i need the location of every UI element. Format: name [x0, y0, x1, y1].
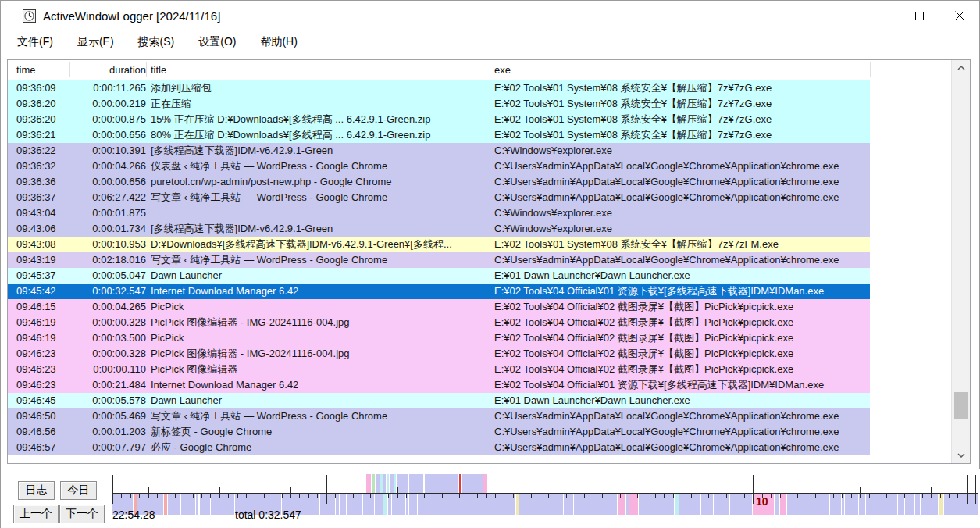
cell-time: 09:43:06 — [16, 221, 71, 237]
table-row[interactable]: 09:43:080:00:10.953D:¥Downloads¥[多线程高速下载… — [8, 237, 870, 252]
timeline-tick — [308, 494, 309, 498]
cell-duration: 0:00:11.265 — [69, 80, 146, 96]
cell-title: PicPick — [151, 299, 491, 315]
table-row[interactable]: 09:46:230:00:00.328PicPick 图像编辑器 - IMG-2… — [8, 346, 870, 362]
table-row[interactable]: 09:36:220:00:10.391[多线程高速下载器]IDM-v6.42.9… — [8, 143, 870, 159]
timeline-tick — [807, 494, 807, 498]
timeline-highlight-segment — [444, 474, 458, 493]
timeline-highlight-segment — [397, 474, 408, 493]
table-row[interactable]: 09:36:360:00:00.656puretool.cn/wp-admin/… — [8, 174, 870, 190]
cell-title: puretool.cn/wp-admin/post-new.php - Goog… — [151, 174, 491, 190]
cell-time: 09:46:23 — [16, 362, 71, 377]
table-row[interactable]: 09:45:420:00:32.547Internet Download Man… — [8, 284, 870, 299]
table-row[interactable]: 09:46:450:00:05.578Dawn LauncherE:¥01 Da… — [8, 393, 870, 408]
timeline-tick — [797, 494, 798, 498]
cell-time: 09:46:23 — [16, 377, 71, 393]
cell-title: 新标签页 - Google Chrome — [151, 424, 491, 440]
table-row[interactable]: 09:46:500:00:05.469写文章 ‹ 纯净工具站 — WordPre… — [8, 408, 870, 424]
table-row[interactable]: 09:43:060:00:01.734[多线程高速下载器]IDM-v6.42.9… — [8, 221, 870, 237]
timeline-tick — [477, 494, 478, 498]
column-separator[interactable] — [490, 62, 490, 77]
timeline-tick — [264, 494, 265, 498]
timeline-tick — [940, 494, 941, 498]
scrollbar-thumb[interactable] — [954, 392, 968, 419]
table-row[interactable]: 09:36:200:00:00.219正在压缩E:¥02 Tools¥01 Sy… — [8, 96, 870, 112]
minimize-button[interactable] — [860, 1, 900, 30]
table-row[interactable]: 09:46:570:00:07.797必应 - Google ChromeC:¥… — [8, 440, 870, 455]
table-row[interactable]: 09:36:320:00:04.266仪表盘 ‹ 纯净工具站 — WordPre… — [8, 159, 870, 174]
table-row[interactable]: 09:46:230:00:21.484Internet Download Man… — [8, 377, 870, 393]
table-row[interactable]: 09:43:190:02:18.016写文章 ‹ 纯净工具站 — WordPre… — [8, 252, 870, 268]
column-header-time[interactable]: time — [16, 60, 36, 80]
cell-duration: 0:00:01.203 — [69, 424, 146, 440]
table-row[interactable]: 09:43:040:00:01.875C:¥Windows¥explorer.e… — [8, 205, 870, 221]
timeline-activity-segment — [516, 494, 519, 515]
close-button[interactable] — [939, 1, 979, 30]
cell-exe: E:¥02 Tools¥04 Official¥02 截图录屏¥【截图】PicP… — [494, 315, 870, 330]
timeline-activity-segment — [618, 494, 625, 515]
cell-time: 09:46:56 — [16, 424, 71, 440]
timeline-highlight-segment — [425, 474, 444, 493]
timeline-tick — [317, 494, 318, 498]
table-row[interactable]: 09:46:560:00:01.203新标签页 - Google ChromeC… — [8, 424, 870, 440]
timeline-tick — [139, 494, 140, 498]
menu-display[interactable]: 显示(E) — [69, 32, 123, 52]
cell-time: 09:45:37 — [16, 268, 71, 284]
cell-duration: 0:00:21.484 — [69, 377, 146, 393]
timeline-activity-segment — [730, 494, 752, 515]
table-row[interactable]: 09:45:370:00:05.047Dawn LauncherE:¥01 Da… — [8, 268, 870, 284]
timeline-tick — [175, 494, 176, 498]
column-separator[interactable] — [146, 62, 147, 77]
scroll-up-button[interactable] — [952, 60, 971, 76]
menu-file[interactable]: 文件(F) — [9, 32, 62, 52]
vertical-scrollbar[interactable] — [951, 60, 970, 463]
table-row[interactable]: 09:46:190:00:00.328PicPick 图像编辑器 - IMG-2… — [8, 315, 870, 330]
menu-settings[interactable]: 设置(O) — [190, 32, 244, 52]
cell-exe: C:¥Windows¥explorer.exe — [494, 143, 870, 159]
timeline-tick — [637, 494, 638, 498]
table-row[interactable]: 09:46:230:00:00.110PicPick 图像编辑器E:¥02 To… — [8, 362, 870, 377]
cell-title: Internet Download Manager 6.42 — [151, 284, 491, 299]
column-separator[interactable] — [69, 62, 70, 77]
timeline-tick — [406, 494, 407, 498]
table-row[interactable]: 09:36:210:00:00.65680% 正在压缩 D:¥Downloads… — [8, 127, 870, 143]
column-header-exe[interactable]: exe — [494, 60, 511, 80]
total-duration-status: total 0:32.547 — [235, 508, 301, 521]
scroll-down-button[interactable] — [952, 448, 971, 463]
maximize-button[interactable] — [900, 1, 939, 30]
timeline-tick — [326, 475, 327, 504]
table-row[interactable]: 09:46:150:00:04.265PicPickE:¥02 Tools¥04… — [8, 299, 870, 315]
timeline-activity-segment — [830, 494, 841, 515]
cell-exe: C:¥Users¥admin¥AppData¥Local¥Google¥Chro… — [494, 174, 870, 190]
minimize-icon — [875, 12, 884, 20]
timeline-highlight-segment — [479, 474, 483, 493]
timeline-tick — [273, 494, 273, 498]
menu-search[interactable]: 搜索(S) — [130, 32, 184, 52]
column-separator[interactable] — [870, 62, 871, 77]
table-row[interactable]: 09:36:090:00:11.265添加到压缩包E:¥02 Tools¥01 … — [8, 80, 870, 96]
cell-duration: 0:00:00.656 — [69, 127, 146, 143]
column-header-duration[interactable]: duration — [69, 60, 146, 80]
column-header-title[interactable]: title — [151, 60, 166, 80]
timeline-hour-marker: 10 — [756, 494, 768, 509]
cell-exe: E:¥01 Dawn Launcher¥Dawn Launcher.exe — [494, 393, 870, 408]
table-row[interactable]: 09:36:370:06:27.422写文章 ‹ 纯净工具站 — WordPre… — [8, 190, 870, 205]
cell-time: 09:36:21 — [16, 127, 71, 143]
cell-duration: 0:00:03.500 — [69, 330, 146, 346]
cell-title: [多线程高速下载器]IDM-v6.42.9.1-Green — [151, 221, 491, 237]
table-row[interactable]: 09:46:190:00:03.500PicPickE:¥02 Tools¥04… — [8, 330, 870, 346]
timeline-tick — [531, 494, 532, 498]
cell-exe: C:¥Windows¥explorer.exe — [494, 221, 870, 237]
cell-duration: 0:00:05.047 — [69, 268, 146, 284]
timeline-highlight-segment — [366, 474, 371, 493]
cell-duration: 0:00:10.953 — [69, 237, 146, 252]
timeline-tick — [353, 494, 354, 498]
cell-exe: E:¥02 Tools¥04 Official¥01 资源下载¥[多线程高速下载… — [494, 377, 870, 393]
timeline-activity-segment — [701, 494, 713, 515]
timeline-tick — [451, 494, 451, 498]
menu-help[interactable]: 帮助(H) — [251, 32, 305, 52]
table-row[interactable]: 09:36:200:00:00.87515% 正在压缩 D:¥Downloads… — [8, 112, 870, 127]
cell-duration: 0:00:00.328 — [69, 315, 146, 330]
timeline-activity-segment — [383, 494, 387, 515]
timeline-tick — [736, 494, 736, 498]
